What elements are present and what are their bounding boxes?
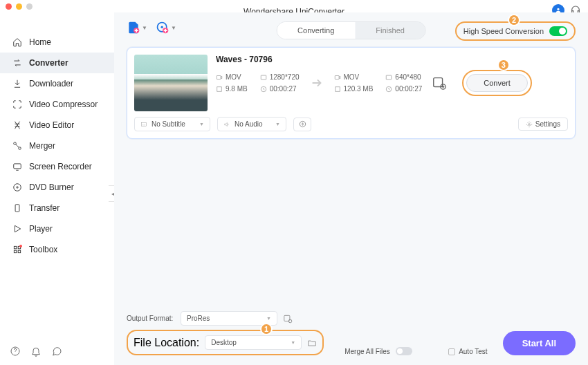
svg-rect-9 [14, 250, 17, 253]
file-location-dropdown[interactable]: Desktop▼ [205, 335, 302, 350]
sidebar-item-editor[interactable]: Video Editor [0, 115, 114, 135]
format-settings-icon[interactable] [283, 314, 293, 324]
audio-dropdown[interactable]: No Audio▼ [217, 117, 286, 131]
sidebar-item-downloader[interactable]: Downloader [0, 73, 114, 94]
sidebar-item-transfer[interactable]: Transfer [0, 198, 114, 218]
open-folder-icon[interactable] [307, 338, 317, 348]
notification-dot [19, 245, 22, 247]
hsc-label: High Speed Conversion [463, 27, 544, 35]
video-thumbnail[interactable] [134, 55, 208, 111]
svg-rect-16 [261, 75, 266, 79]
sidebar-item-player[interactable]: Player [0, 218, 114, 239]
svg-rect-10 [18, 250, 21, 253]
annotation-badge-1: 1 [260, 323, 273, 335]
file-card: Waves - 70796 MOV 1280*720 9.8 MB 00:00:… [127, 47, 576, 139]
sidebar-label: Converter [29, 58, 68, 68]
svg-rect-2 [14, 164, 21, 169]
svg-point-3 [14, 184, 21, 191]
file-location-label: File Location: [134, 337, 199, 349]
status-tabs: Converting Finished [276, 21, 426, 39]
output-format-label: Output Format: [127, 315, 175, 322]
feedback-icon[interactable] [51, 346, 62, 357]
annotation-badge-3: 3 [497, 59, 510, 71]
sidebar-label: Downloader [29, 79, 73, 88]
autotest-label: Auto Test [459, 348, 488, 355]
sidebar-label: Video Compressor [29, 100, 98, 109]
help-icon[interactable] [10, 346, 21, 357]
sidebar-label: Video Editor [29, 120, 74, 130]
svg-rect-19 [387, 75, 392, 79]
sidebar-label: Home [29, 37, 51, 47]
sidebar-item-compressor[interactable]: Video Compressor [0, 94, 114, 115]
sidebar-label: Toolbox [29, 245, 57, 254]
chevron-down-icon: ▼ [171, 25, 176, 31]
annotation-badge-2: 2 [508, 14, 520, 26]
svg-point-25 [529, 123, 531, 125]
svg-rect-18 [335, 75, 339, 79]
merge-toggle-row: Merge All Files [344, 347, 412, 355]
sidebar-item-toolbox[interactable]: Toolbox [0, 239, 114, 260]
chevron-down-icon: ▼ [142, 25, 147, 31]
sidebar-item-recorder[interactable]: Screen Recorder [0, 156, 114, 177]
svg-marker-6 [15, 225, 21, 232]
svg-rect-7 [14, 246, 17, 249]
sidebar-label: Merger [29, 141, 55, 151]
svg-rect-15 [217, 75, 221, 79]
sidebar-item-merger[interactable]: Merger [0, 135, 114, 156]
merge-label: Merge All Files [344, 348, 390, 355]
target-info: MOV 640*480 120.3 MB 00:00:27 [334, 73, 423, 93]
autotest-checkbox[interactable] [448, 348, 455, 355]
effects-button[interactable] [293, 118, 311, 131]
sidebar-label: Transfer [29, 203, 59, 213]
sidebar: Home Converter Downloader Video Compress… [0, 12, 114, 365]
svg-point-4 [17, 187, 18, 188]
settings-button[interactable]: Settings [518, 118, 568, 131]
convert-button[interactable]: Convert [466, 74, 528, 92]
notifications-icon[interactable] [30, 346, 42, 357]
file-name: Waves - 70796 [216, 55, 568, 64]
source-info: MOV 1280*720 9.8 MB 00:00:27 [216, 73, 300, 93]
high-speed-toggle[interactable] [549, 26, 567, 36]
merge-toggle[interactable] [396, 347, 412, 355]
subtitle-dropdown[interactable]: No Subtitle▼ [134, 117, 210, 131]
svg-point-24 [300, 121, 305, 127]
add-file-button[interactable]: ▼ [127, 21, 147, 35]
sidebar-label: DVD Burner [29, 182, 74, 192]
sidebar-label: Player [29, 224, 53, 234]
svg-point-13 [160, 26, 163, 28]
arrow-right-icon [309, 75, 324, 91]
tab-converting[interactable]: Converting [277, 22, 355, 39]
output-settings-icon[interactable] [432, 75, 447, 91]
start-all-button[interactable]: Start All [503, 331, 576, 355]
sidebar-label: Screen Recorder [29, 162, 92, 171]
tab-finished[interactable]: Finished [355, 22, 425, 39]
add-disc-button[interactable]: ▼ [156, 21, 176, 35]
sidebar-item-converter[interactable]: Converter [0, 53, 114, 73]
svg-rect-23 [141, 122, 147, 126]
sidebar-item-home[interactable]: Home [0, 32, 114, 53]
sidebar-item-dvd[interactable]: DVD Burner [0, 177, 114, 198]
